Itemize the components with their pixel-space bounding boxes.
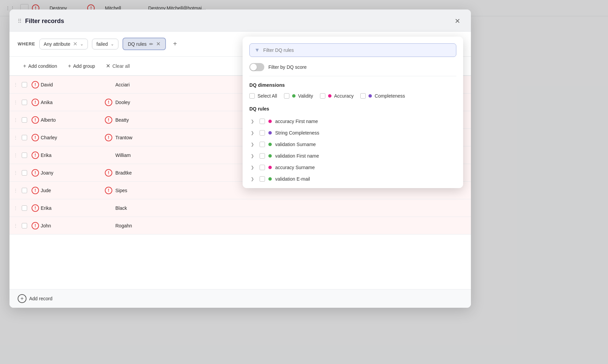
dimension-checkbox[interactable]	[284, 93, 289, 99]
row-first-name: Joany	[41, 170, 102, 176]
search-input[interactable]	[263, 47, 451, 53]
row-checkbox[interactable]	[19, 82, 30, 87]
dq-rules-label: DQ rules	[128, 41, 147, 47]
attribute-chip[interactable]: Any attribute ✕ ⌄	[39, 39, 88, 49]
row-error-left: !	[30, 204, 41, 212]
rule-color-dot	[268, 143, 272, 146]
toggle-row: Filter by DQ score	[249, 63, 456, 76]
clear-all-label: Clear all	[112, 63, 130, 69]
row-error-left: !	[30, 169, 41, 177]
modal-title-row: ⠿ Filter records	[18, 18, 64, 25]
row-last-name: Dooley	[115, 100, 170, 105]
toggle-label: Filter by DQ score	[268, 64, 307, 70]
row-last-name: Bradtke	[115, 170, 170, 176]
rule-chevron-icon: ❯	[251, 177, 256, 181]
rule-item[interactable]: ❯ validation First name	[249, 150, 456, 162]
row-checkbox[interactable]	[19, 223, 30, 228]
rule-item[interactable]: ❯ accuracy Surname	[249, 162, 456, 173]
rule-color-dot	[268, 177, 272, 181]
rule-label: validation Surname	[275, 142, 316, 147]
row-first-name: Charley	[41, 135, 102, 140]
rule-checkbox[interactable]	[260, 176, 265, 182]
row-error-right: !	[102, 99, 115, 106]
row-checkbox[interactable]	[19, 100, 30, 105]
close-button[interactable]: ✕	[452, 16, 463, 26]
row-error-left: !	[30, 99, 41, 106]
row-first-name: Erika	[41, 153, 102, 158]
rule-item[interactable]: ❯ validation Surname	[249, 139, 456, 150]
rule-checkbox[interactable]	[260, 130, 265, 136]
search-icon: ▼	[254, 47, 260, 53]
row-drag-handle[interactable]: ⋮	[12, 82, 19, 87]
table-row: ⋮ ! John Rogahn	[10, 217, 471, 235]
dimension-checkbox[interactable]	[360, 93, 366, 99]
row-checkbox[interactable]	[19, 170, 30, 176]
row-first-name: John	[41, 223, 102, 228]
rule-checkbox[interactable]	[260, 153, 265, 159]
dq-chip-clear[interactable]: ✕	[156, 41, 160, 47]
row-last-name: Sipes	[115, 188, 170, 193]
row-drag-handle[interactable]: ⋮	[12, 223, 19, 228]
add-group-icon: +	[68, 63, 71, 69]
modal-header: ⠿ Filter records ✕	[10, 9, 471, 32]
dq-score-toggle[interactable]	[249, 63, 264, 71]
dimension-item-completeness[interactable]: Completeness	[360, 93, 405, 99]
add-condition-button[interactable]: + Add condition	[18, 60, 62, 72]
rules-section-title: DQ rules	[249, 106, 456, 112]
dimension-item-select-all[interactable]: Select All	[249, 93, 277, 99]
row-error-left: !	[30, 116, 41, 124]
search-box: ▼	[249, 43, 456, 57]
add-group-button[interactable]: + Add group	[62, 60, 100, 72]
row-checkbox[interactable]	[19, 153, 30, 158]
row-drag-handle[interactable]: ⋮	[12, 153, 19, 158]
row-last-name: Trantow	[115, 135, 170, 140]
attribute-chip-clear[interactable]: ✕	[73, 41, 77, 47]
rule-color-dot	[268, 154, 272, 158]
dimension-item-validity[interactable]: Validity	[284, 93, 313, 99]
row-last-name: Black	[115, 205, 170, 211]
row-checkbox[interactable]	[19, 188, 30, 193]
row-first-name: Erika	[41, 205, 102, 211]
row-drag-handle[interactable]: ⋮	[12, 100, 19, 105]
add-filter-button[interactable]: +	[170, 39, 180, 49]
row-last-name: Acciari	[115, 82, 170, 87]
rule-checkbox[interactable]	[260, 142, 265, 147]
rule-item[interactable]: ❯ String Completeness	[249, 127, 456, 139]
rule-item[interactable]: ❯ validation E-mail	[249, 173, 456, 185]
row-error-right: !	[102, 169, 115, 177]
dq-rules-chip[interactable]: DQ rules ✏ ✕	[122, 38, 166, 50]
row-error-left: !	[30, 81, 41, 88]
row-last-name: Beatty	[115, 117, 170, 123]
rule-checkbox[interactable]	[260, 119, 265, 124]
rule-chevron-icon: ❯	[251, 165, 256, 170]
rule-chevron-icon: ❯	[251, 119, 256, 124]
dimension-color-dot	[292, 94, 296, 98]
dimensions-title: DQ dimensions	[249, 82, 456, 88]
rule-label: validation First name	[275, 153, 319, 159]
drag-icon: ⠿	[18, 18, 22, 24]
row-drag-handle[interactable]: ⋮	[12, 117, 19, 123]
where-label: WHERE	[18, 41, 35, 46]
add-group-label: Add group	[73, 63, 95, 69]
row-checkbox[interactable]	[19, 135, 30, 140]
row-drag-handle[interactable]: ⋮	[12, 205, 19, 211]
dimensions-grid: Select All Validity Accuracy Completenes…	[249, 93, 456, 99]
dimension-checkbox[interactable]	[320, 93, 325, 99]
rule-item[interactable]: ❯ accuracy First name	[249, 116, 456, 127]
row-drag-handle[interactable]: ⋮	[12, 188, 19, 193]
rule-chevron-icon: ❯	[251, 142, 256, 147]
clear-all-button[interactable]: ✕ Clear all	[100, 60, 135, 72]
row-error-right: !	[102, 116, 115, 124]
row-drag-handle[interactable]: ⋮	[12, 135, 19, 140]
dimension-color-dot	[368, 94, 372, 98]
rule-checkbox[interactable]	[260, 165, 265, 170]
dimension-label: Accuracy	[334, 93, 354, 99]
dimension-checkbox[interactable]	[249, 93, 255, 99]
condition-chip[interactable]: failed ⌄	[92, 39, 118, 49]
row-checkbox[interactable]	[19, 205, 30, 211]
dimension-item-accuracy[interactable]: Accuracy	[320, 93, 354, 99]
dimension-label: Select All	[258, 93, 277, 99]
add-record-bar[interactable]: + Add record	[10, 289, 471, 308]
row-drag-handle[interactable]: ⋮	[12, 170, 19, 176]
row-checkbox[interactable]	[19, 117, 30, 123]
